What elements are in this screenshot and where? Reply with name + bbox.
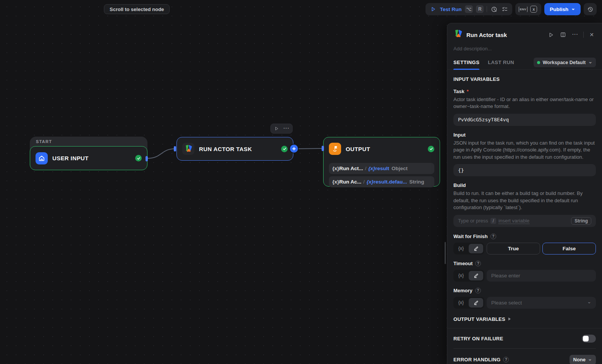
panel-header: Run Actor task ··· ✕ [447, 23, 602, 40]
slash-keycap: / [490, 218, 496, 224]
output-variables-section[interactable]: OUTPUT VARIABLES [453, 316, 596, 322]
toolbar-divider [487, 6, 487, 12]
chevron-down-icon: ⌄ [571, 7, 575, 10]
handle-userinput-out[interactable] [146, 156, 148, 161]
memory-label: Memory [453, 288, 473, 293]
node-more-icon[interactable]: ··· [283, 125, 290, 131]
workspace-status-dot [537, 61, 540, 64]
timeout-label: Timeout [453, 261, 473, 266]
source-node-name: Run Ac... [339, 179, 361, 185]
env-icon[interactable]: ENV [519, 5, 527, 13]
build-description: Build to run. It can be either a build t… [453, 190, 596, 211]
env-group: ENV x [515, 3, 541, 15]
source-node-name: Run Act... [339, 166, 363, 171]
required-asterisk: * [467, 89, 469, 94]
variables-icon[interactable]: x [530, 5, 537, 13]
fx-icon: {x} [332, 166, 339, 171]
pencil-mode-button[interactable] [469, 271, 483, 280]
node-run-actor-task[interactable]: RUN ACTOR TASK [176, 137, 293, 161]
task-description: Actor task identifier - ID or an alias i… [453, 96, 596, 110]
test-run-button[interactable]: Test Run [440, 6, 462, 12]
panel-scrollbar[interactable] [445, 242, 446, 264]
chevron-down-icon: ⌄ [587, 300, 591, 303]
value-mode-toggle: {x} [453, 297, 484, 309]
memory-placeholder: Please select [491, 300, 522, 306]
close-icon[interactable]: ✕ [587, 31, 596, 39]
apify-logo-icon [453, 29, 463, 40]
header-divider [583, 32, 584, 38]
checklist-icon[interactable] [501, 5, 508, 13]
input-json-value: {} [458, 168, 464, 173]
workspace-selector[interactable]: Workspace Default ⌄ [534, 58, 596, 67]
value-mode-toggle: {x} [453, 243, 484, 254]
handle-runactor-in[interactable] [174, 146, 176, 151]
retry-toggle[interactable] [582, 335, 596, 343]
scroll-to-selected-node-button[interactable]: Scroll to selected node [104, 4, 170, 14]
fx-mode-button[interactable]: {x} [455, 244, 468, 253]
output-variables-header: OUTPUT VARIABLES [453, 316, 505, 322]
timeout-input[interactable]: Please enter [487, 270, 596, 282]
variable-type: Object [392, 166, 408, 171]
edge-userinput-runactor [147, 149, 175, 158]
home-icon [36, 152, 48, 164]
flag-icon [329, 143, 341, 155]
fx-mode-button[interactable]: {x} [455, 298, 468, 308]
check-icon [135, 155, 142, 161]
workspace-label: Workspace Default [543, 60, 586, 65]
run-step-icon[interactable] [547, 31, 555, 39]
start-group-label: START [30, 137, 147, 146]
run-history-clock-icon[interactable] [490, 5, 498, 13]
handle-output-in[interactable] [322, 146, 324, 151]
help-icon[interactable]: ? [503, 357, 509, 362]
section-divider [453, 348, 596, 349]
play-icon[interactable] [429, 5, 437, 13]
publish-button[interactable]: Publish ⌄ [544, 3, 581, 15]
node-user-input[interactable]: USER INPUT [30, 146, 147, 170]
build-label: Build [453, 182, 596, 188]
wait-true-button[interactable]: True [487, 243, 540, 254]
output-variable-row[interactable]: {x}Run Act... / {x}result Object [329, 163, 434, 174]
fx-icon-blue: {x} [367, 179, 374, 185]
build-input[interactable]: Type or press / insert variable String [453, 215, 596, 227]
task-label: Task* [453, 89, 596, 94]
fx-icon-blue: {x} [368, 166, 375, 171]
test-run-group: Test Run ⌥ R [426, 3, 513, 15]
split-view-icon[interactable] [559, 31, 567, 39]
check-icon [428, 146, 434, 152]
version-history-button[interactable] [584, 3, 597, 15]
top-toolbar: Test Run ⌥ R ENV x Publish ⌄ [426, 3, 597, 15]
node-output[interactable]: OUTPUT {x}Run Act... / {x}result Object … [323, 137, 440, 187]
input-description: JSON input for the task run, which you c… [453, 140, 596, 161]
add-next-node-button[interactable]: + [289, 144, 299, 153]
more-options-icon[interactable]: ··· [571, 30, 579, 38]
task-input[interactable]: PvVdGcG5zsyT8E4vq [453, 114, 596, 126]
run-node-icon[interactable] [273, 126, 280, 132]
node-config-panel: Run Actor task ··· ✕ Add description... … [447, 23, 602, 364]
variable-type: String [409, 179, 424, 185]
node-title: RUN ACTOR TASK [199, 146, 277, 152]
output-variable-row[interactable]: {x}Run Ac... / {x}result.defau... String [329, 176, 434, 187]
string-type-badge: String [571, 217, 591, 225]
help-icon[interactable]: ? [490, 234, 496, 239]
help-icon[interactable]: ? [475, 288, 481, 293]
toggle-knob [583, 336, 589, 341]
retry-on-failure-header: RETRY ON FAILURE [453, 336, 503, 341]
tab-last-run[interactable]: LAST RUN [488, 55, 514, 69]
path-separator: / [363, 179, 365, 185]
output-node-header: OUTPUT [324, 137, 440, 155]
panel-tabs: SETTINGS LAST RUN Workspace Default ⌄ [447, 55, 602, 70]
insert-variable-link[interactable]: insert variable [498, 218, 529, 224]
wait-false-button[interactable]: False [542, 243, 596, 254]
pencil-mode-button[interactable] [469, 244, 483, 253]
fx-mode-button[interactable]: {x} [455, 271, 468, 280]
input-json-field[interactable]: {} [453, 164, 596, 176]
error-handling-select[interactable]: None ⌄ [570, 355, 596, 364]
panel-title: Run Actor task [466, 32, 543, 38]
description-placeholder[interactable]: Add description... [447, 40, 602, 52]
tab-settings[interactable]: SETTINGS [453, 55, 479, 69]
help-icon[interactable]: ? [475, 261, 481, 266]
pencil-mode-button[interactable] [469, 298, 483, 308]
value-mode-toggle: {x} [453, 270, 484, 282]
wait-for-finish-label: Wait for Finish [453, 234, 488, 239]
memory-select[interactable]: Please select ⌄ [487, 297, 596, 309]
